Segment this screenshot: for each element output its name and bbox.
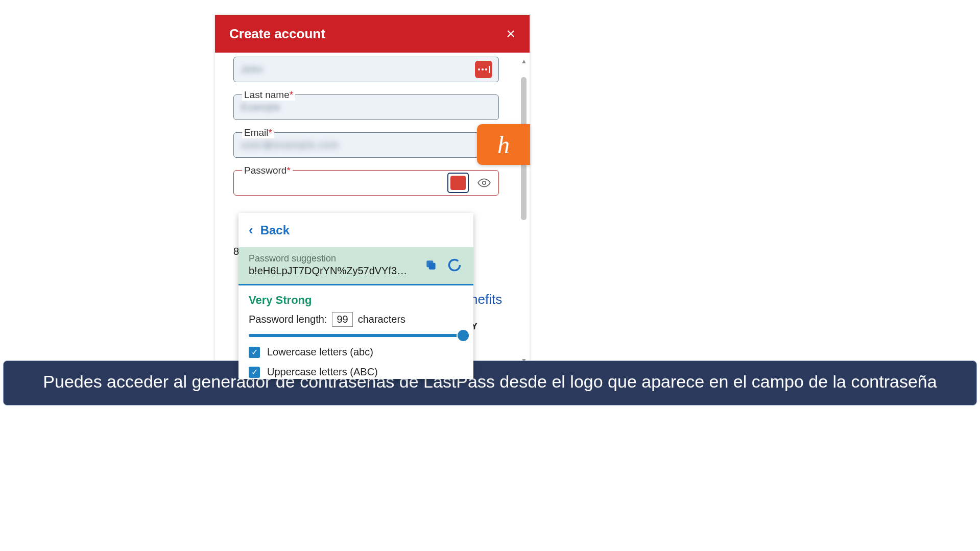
checkbox-checked-icon[interactable]: ✓ xyxy=(249,347,260,358)
first-name-value: John xyxy=(241,64,263,75)
scrollbar[interactable]: ▲ ▼ xyxy=(519,57,529,365)
length-unit: characters xyxy=(358,314,405,325)
suggestion-value: b!eH6LpJT7DQrYN%Zy57dVYf3WgxV… xyxy=(249,265,416,277)
first-name-field[interactable]: John xyxy=(233,57,499,82)
back-button[interactable]: ‹ Back xyxy=(238,213,473,247)
length-row: Password length: 99 characters xyxy=(238,312,473,332)
email-label: Email* xyxy=(242,127,274,138)
suggestion-label: Password suggestion xyxy=(249,253,416,264)
svg-point-0 xyxy=(483,181,486,185)
length-label: Password length: xyxy=(249,314,327,325)
last-name-field[interactable]: Last name* Example xyxy=(233,94,499,120)
uppercase-label: Uppercase letters (ABC) xyxy=(267,366,378,378)
length-slider[interactable] xyxy=(238,332,473,342)
benefits-snippet: nefits xyxy=(470,292,502,307)
password-generator-panel: ‹ Back Password suggestion b!eH6LpJT7DQr… xyxy=(238,213,473,379)
length-input[interactable]: 99 xyxy=(332,312,352,327)
svg-rect-2 xyxy=(426,260,433,267)
panel-title: Create account xyxy=(229,26,325,42)
slider-knob[interactable] xyxy=(458,330,469,341)
lastpass-field-icon[interactable] xyxy=(447,173,469,193)
email-value: user@example.com xyxy=(241,140,339,151)
copy-icon[interactable] xyxy=(422,256,440,274)
chevron-left-icon: ‹ xyxy=(249,222,253,238)
honey-icon: h xyxy=(497,131,510,159)
email-field[interactable]: Email* user@example.com xyxy=(233,132,499,158)
back-label: Back xyxy=(260,223,290,237)
refresh-icon[interactable] xyxy=(446,256,463,274)
honey-tab[interactable]: h xyxy=(477,124,530,165)
password-field[interactable]: Password* xyxy=(233,170,499,196)
caption: Puedes acceder al generador de contraseñ… xyxy=(3,361,977,405)
checkbox-checked-icon[interactable]: ✓ xyxy=(249,367,260,378)
create-account-panel: Create account × John Last name* Example xyxy=(214,14,530,362)
strength-label: Very Strong xyxy=(238,285,473,312)
suggestion-row: Password suggestion b!eH6LpJT7DQrYN%Zy57… xyxy=(238,247,473,285)
password-label: Password* xyxy=(242,165,293,176)
lastpass-icon[interactable] xyxy=(475,61,492,78)
last-name-value: Example xyxy=(241,102,280,113)
last-name-label: Last name* xyxy=(242,89,295,101)
uppercase-option[interactable]: ✓ Uppercase letters (ABC) xyxy=(238,362,473,379)
eye-icon[interactable] xyxy=(476,175,492,191)
panel-header: Create account × xyxy=(215,15,530,53)
close-icon[interactable]: × xyxy=(506,25,515,42)
lowercase-label: Lowercase letters (abc) xyxy=(267,346,373,358)
scroll-up-icon[interactable]: ▲ xyxy=(519,57,529,66)
lowercase-option[interactable]: ✓ Lowercase letters (abc) xyxy=(238,342,473,362)
